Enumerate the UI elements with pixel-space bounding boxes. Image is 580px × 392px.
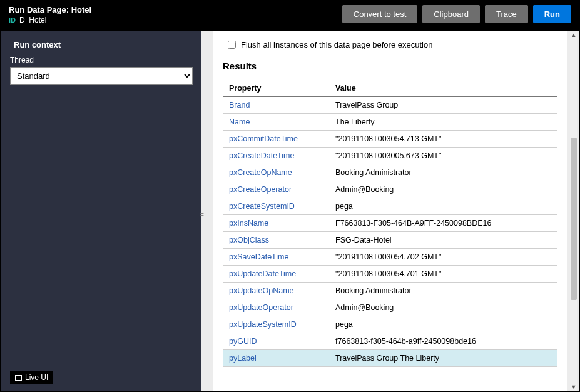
content-inner: Flush all instances of this data page be… xyxy=(213,31,567,391)
value-cell: TravelPass Group xyxy=(329,97,557,114)
property-link[interactable]: pyGUID xyxy=(229,337,257,346)
clipboard-button[interactable]: Clipboard xyxy=(422,5,480,23)
table-row[interactable]: pxCommitDateTime"20191108T003054.713 GMT… xyxy=(223,131,557,148)
table-row[interactable]: pxUpdateDateTime"20191108T003054.701 GMT… xyxy=(223,266,557,283)
table-row[interactable]: pxUpdateOpNameBooking Administrator xyxy=(223,283,557,299)
trace-button[interactable]: Trace xyxy=(485,5,528,23)
property-link[interactable]: pxCreateDateTime xyxy=(229,151,294,160)
col-property: Property xyxy=(223,80,329,97)
table-row[interactable]: pyLabelTravelPass Group The Liberty xyxy=(223,350,557,367)
scrollbar-thumb[interactable] xyxy=(571,138,577,300)
run-button[interactable]: Run xyxy=(533,5,571,23)
value-cell: "20191108T003005.673 GMT" xyxy=(329,148,557,164)
header-left: Run Data Page: Hotel ID D_Hotel xyxy=(9,5,91,24)
flush-row: Flush all instances of this data page be… xyxy=(223,40,557,49)
property-link[interactable]: Brand xyxy=(229,101,250,109)
thread-label: Thread xyxy=(10,56,193,64)
table-row[interactable]: pxSaveDateTime"20191108T003054.702 GMT" xyxy=(223,249,557,266)
main-area: Run context Thread Standard Live UI = Fl… xyxy=(1,31,579,391)
title-prefix: Run Data Page: xyxy=(9,5,69,14)
value-cell: The Liberty xyxy=(329,114,557,131)
property-link[interactable]: pyLabel xyxy=(229,354,257,363)
header-id-row: ID D_Hotel xyxy=(9,16,91,24)
value-cell: "20191108T003054.702 GMT" xyxy=(329,249,557,266)
property-link[interactable]: pxCreateOperator xyxy=(229,185,292,194)
flush-label: Flush all instances of this data page be… xyxy=(241,40,432,49)
property-link[interactable]: pxUpdateDateTime xyxy=(229,269,296,278)
table-row[interactable]: pxUpdateOperatorAdmin@Booking xyxy=(223,299,557,316)
results-tbody: BrandTravelPass GroupNameThe LibertypxCo… xyxy=(223,97,557,367)
property-link[interactable]: pxUpdateOperator xyxy=(229,303,293,312)
table-row[interactable]: pyGUIDf7663813-f305-464b-a9ff-2450098bde… xyxy=(223,333,557,350)
thread-select[interactable]: Standard xyxy=(10,67,193,85)
sidebar: Run context Thread Standard Live UI xyxy=(1,31,201,391)
value-cell: FSG-Data-Hotel xyxy=(329,232,557,249)
id-value: D_Hotel xyxy=(19,16,46,24)
table-row[interactable]: pxCreateOpNameBooking Administrator xyxy=(223,164,557,181)
table-row[interactable]: BrandTravelPass Group xyxy=(223,97,557,114)
value-cell: "20191108T003054.713 GMT" xyxy=(329,131,557,148)
value-cell: "20191108T003054.701 GMT" xyxy=(329,266,557,283)
value-cell: pega xyxy=(329,198,557,215)
property-link[interactable]: pxSaveDateTime xyxy=(229,253,288,261)
table-header-row: Property Value xyxy=(223,80,557,97)
results-table: Property Value BrandTravelPass GroupName… xyxy=(223,80,557,367)
live-ui-label: Live UI xyxy=(25,373,48,382)
value-cell: pega xyxy=(329,316,557,333)
property-link[interactable]: pxInsName xyxy=(229,219,268,228)
table-row[interactable]: pxInsNameF7663813-F305-464B-A9FF-2450098… xyxy=(223,215,557,232)
table-row[interactable]: pxObjClassFSG-Data-Hotel xyxy=(223,232,557,249)
sidebar-title: Run context xyxy=(10,40,193,49)
property-link[interactable]: pxUpdateSystemID xyxy=(229,320,297,329)
property-link[interactable]: Name xyxy=(229,118,250,126)
flush-checkbox[interactable] xyxy=(228,41,236,49)
scroll-down-icon[interactable]: ▼ xyxy=(570,383,577,391)
results-title: Results xyxy=(223,61,557,71)
title-name: Hotel xyxy=(71,5,92,14)
col-value: Value xyxy=(329,80,557,97)
id-label: ID xyxy=(9,16,16,24)
monitor-icon xyxy=(15,375,22,381)
content-area: Flush all instances of this data page be… xyxy=(201,31,579,391)
property-link[interactable]: pxObjClass xyxy=(229,236,269,244)
value-cell: Admin@Booking xyxy=(329,181,557,198)
scroll-up-icon[interactable]: ▲ xyxy=(570,31,577,39)
header-bar: Run Data Page: Hotel ID D_Hotel Convert … xyxy=(1,1,579,31)
property-link[interactable]: pxCreateSystemID xyxy=(229,202,295,211)
value-cell: Admin@Booking xyxy=(329,299,557,316)
table-row[interactable]: pxCreateOperatorAdmin@Booking xyxy=(223,181,557,198)
table-row[interactable]: pxCreateSystemIDpega xyxy=(223,198,557,215)
value-cell: Booking Administrator xyxy=(329,164,557,181)
page-title: Run Data Page: Hotel xyxy=(9,5,91,14)
scrollbar[interactable]: ▲ ▼ xyxy=(570,31,577,391)
live-ui-button[interactable]: Live UI xyxy=(10,371,53,384)
resize-handle[interactable]: = xyxy=(200,211,204,220)
value-cell: Booking Administrator xyxy=(329,283,557,299)
value-cell: F7663813-F305-464B-A9FF-2450098BDE16 xyxy=(329,215,557,232)
table-row[interactable]: pxUpdateSystemIDpega xyxy=(223,316,557,333)
property-link[interactable]: pxCreateOpName xyxy=(229,168,292,177)
table-row[interactable]: NameThe Liberty xyxy=(223,114,557,131)
header-buttons: Convert to test Clipboard Trace Run xyxy=(342,5,571,23)
property-link[interactable]: pxUpdateOpName xyxy=(229,286,294,295)
convert-to-test-button[interactable]: Convert to test xyxy=(342,5,418,23)
value-cell: TravelPass Group The Liberty xyxy=(329,350,557,367)
table-row[interactable]: pxCreateDateTime"20191108T003005.673 GMT… xyxy=(223,148,557,164)
property-link[interactable]: pxCommitDateTime xyxy=(229,134,298,143)
value-cell: f7663813-f305-464b-a9ff-2450098bde16 xyxy=(329,333,557,350)
